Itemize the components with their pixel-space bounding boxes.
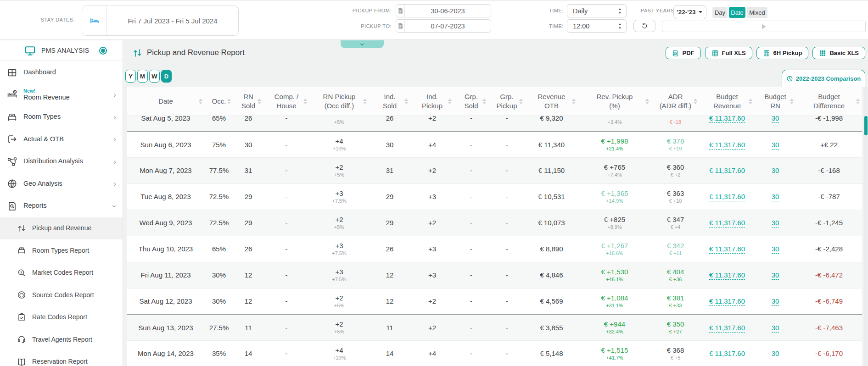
- sidebar-item-dashboard[interactable]: Dashboard: [0, 61, 123, 84]
- granularity-m-button[interactable]: M: [137, 70, 148, 83]
- granularity-d-button[interactable]: D: [161, 70, 172, 83]
- cell-budget-rn-link[interactable]: 30: [772, 324, 779, 333]
- col-header-grp-pickup[interactable]: Grp.Pickup: [488, 87, 525, 116]
- col-header-adr-adr-diff[interactable]: ADR(ADR diff.): [651, 87, 700, 116]
- table-row-thu-aug-10-2023[interactable]: Thu Aug 10, 202365%26-+3+7.5%26+3--€ 8,8…: [127, 236, 862, 262]
- cell-budget-rn-link[interactable]: 30: [772, 349, 779, 358]
- filter-bar-collapse-tab[interactable]: [341, 40, 384, 48]
- table-row-mon-aug-14-2023[interactable]: Mon Aug 14, 202335%14-+4+10%14+4--€ 5,14…: [127, 340, 862, 366]
- toggle-date[interactable]: Date: [729, 7, 745, 18]
- col-header-comp-house[interactable]: Comp. /House: [263, 87, 309, 116]
- pdf-export-button[interactable]: PDFPDF: [666, 47, 701, 59]
- cell-budget-revenue[interactable]: € 11,317.60: [700, 193, 755, 201]
- cell-budget-revenue-link[interactable]: € 11,317.60: [709, 271, 745, 280]
- granularity-y-button[interactable]: Y: [125, 70, 136, 83]
- pickup-to-input[interactable]: [405, 20, 491, 32]
- sidebar-item-source-codes-report[interactable]: Source Codes Report: [0, 284, 123, 306]
- table-row-wed-aug-9-2023[interactable]: Wed Aug 9, 202372.5%29-+2+5%29+2--€ 10,0…: [127, 210, 862, 236]
- cell-budget-revenue[interactable]: € 11,317.60: [700, 166, 755, 175]
- cell-budget-revenue-link[interactable]: € 11,317.60: [709, 349, 745, 358]
- col-header-occ[interactable]: Occ.: [205, 87, 233, 116]
- col-header-ind-sold[interactable]: Ind.Sold: [369, 87, 410, 116]
- cell-budget-revenue-link[interactable]: € 11,317.60: [709, 245, 745, 254]
- sort-arrows-icon[interactable]: [199, 99, 202, 104]
- 6h-pickup-export-button[interactable]: 6H Pickup: [756, 47, 809, 59]
- granularity-w-button[interactable]: W: [149, 70, 160, 83]
- cell-budget-revenue[interactable]: € 11,317.60: [700, 219, 755, 227]
- sidebar-item-actual-otb[interactable]: Actual & OTB›: [0, 128, 123, 151]
- sidebar-item-room-types[interactable]: Room Types›: [0, 106, 123, 128]
- sidebar-item-rate-codes-report[interactable]: Rate Codes Report: [0, 306, 123, 329]
- cell-budget-revenue-link[interactable]: € 11,317.60: [709, 166, 745, 175]
- col-header-budget-revenue[interactable]: BudgetRevenue: [700, 87, 755, 116]
- col-header-date[interactable]: Date: [127, 87, 205, 116]
- time-granularity-select[interactable]: Daily: [567, 4, 627, 17]
- stay-dates-picker[interactable]: Fri 7 Jul 2023 - Fri 5 Jul 2024: [82, 6, 239, 36]
- cell-budget-rn[interactable]: 30: [755, 297, 796, 305]
- sort-arrows-icon[interactable]: [856, 99, 860, 104]
- cell-budget-rn[interactable]: 30: [755, 193, 796, 201]
- cell-budget-revenue[interactable]: € 11,317.60: [700, 116, 755, 122]
- col-header-rev-pickup[interactable]: Rev. Pickup(%): [578, 87, 651, 116]
- sort-arrows-icon[interactable]: [404, 99, 408, 104]
- cell-budget-rn[interactable]: 30: [755, 349, 796, 358]
- cell-budget-rn-link[interactable]: 30: [772, 297, 779, 306]
- sort-arrows-icon[interactable]: [227, 99, 231, 104]
- sort-arrows-icon[interactable]: [694, 99, 697, 104]
- cell-budget-rn[interactable]: 30: [755, 116, 796, 122]
- cell-budget-rn[interactable]: 30: [755, 271, 796, 279]
- sort-arrows-icon[interactable]: [572, 99, 576, 104]
- cell-budget-revenue-link[interactable]: € 11,317.60: [709, 141, 745, 150]
- toggle-mixed[interactable]: Mixed: [747, 7, 767, 18]
- sidebar-item-geo-analysis[interactable]: Geo Analysis›: [0, 173, 123, 195]
- sidebar-item-travel-agents-report[interactable]: Travel Agents Report: [0, 328, 123, 351]
- cell-budget-rn-link[interactable]: 30: [772, 193, 779, 201]
- cell-budget-revenue-link[interactable]: € 11,317.60: [709, 116, 745, 123]
- col-header-budget-difference[interactable]: BudgetDifference: [796, 87, 862, 116]
- time-of-day-select[interactable]: 12:00: [567, 19, 627, 33]
- cell-budget-rn-link[interactable]: 30: [772, 166, 779, 175]
- table-row-mon-aug-7-2023[interactable]: Mon Aug 7, 202377.5%31-+2+5%31+2--€ 11,1…: [127, 157, 862, 183]
- table-row-sat-aug-5-2023[interactable]: Sat Aug 5, 202365%26-+5%26+2--€ 9,320+3.…: [127, 116, 862, 131]
- sidebar-item-reservation-report[interactable]: Reservation Report: [0, 351, 123, 366]
- col-header-rn-pickup-occ-diff[interactable]: RN Pickup(Occ diff.): [309, 87, 369, 116]
- sidebar-item-room-types-report[interactable]: Room Types Report: [0, 239, 123, 262]
- table-row-sun-aug-6-2023[interactable]: Sun Aug 6, 202375%30-+4+10%30+4--€ 11,34…: [127, 131, 862, 157]
- cell-budget-revenue[interactable]: € 11,317.60: [700, 271, 755, 279]
- sidebar-item-reports[interactable]: Reports›: [0, 195, 123, 217]
- cell-budget-rn[interactable]: 30: [755, 141, 796, 149]
- cell-budget-revenue[interactable]: € 11,317.60: [700, 245, 755, 253]
- cell-budget-revenue-link[interactable]: € 11,317.60: [709, 193, 745, 201]
- basic-xls-export-button[interactable]: Basic XLS: [812, 47, 865, 59]
- sidebar-item-distribution-analysis[interactable]: Distribution Analysis›: [0, 150, 123, 173]
- full-xls-export-button[interactable]: Full XLS: [705, 47, 752, 59]
- cell-budget-rn[interactable]: 30: [755, 166, 796, 175]
- col-header-grp-sold[interactable]: Grp.Sold: [454, 87, 488, 116]
- sidebar-item-pickup-and-revenue[interactable]: Pickup and Revenue: [0, 217, 123, 240]
- sort-arrows-icon[interactable]: [749, 99, 752, 104]
- col-header-ind-pickup[interactable]: Ind.Pickup: [410, 87, 454, 116]
- pickup-from-input[interactable]: [405, 5, 491, 17]
- cell-budget-rn[interactable]: 30: [755, 219, 796, 227]
- cell-budget-revenue-link[interactable]: € 11,317.60: [709, 297, 745, 306]
- pms-analysis-radio[interactable]: [99, 47, 107, 55]
- table-row-tue-aug-8-2023[interactable]: Tue Aug 8, 202372.5%29-+3+7.5%29+3--€ 10…: [127, 183, 862, 210]
- cell-budget-rn-link[interactable]: 30: [772, 219, 779, 227]
- sort-arrows-icon[interactable]: [303, 99, 307, 104]
- sort-arrows-icon[interactable]: [790, 99, 794, 104]
- pickup-timeline-bar[interactable]: [662, 21, 866, 32]
- table-row-sat-aug-12-2023[interactable]: Sat Aug 12, 202330%12-+2+5%12+2--€ 4,569…: [127, 288, 862, 314]
- sort-arrows-icon[interactable]: [258, 99, 261, 104]
- col-header-budget-rn[interactable]: BudgetRN: [755, 87, 796, 116]
- cell-budget-revenue[interactable]: € 11,317.60: [700, 349, 755, 358]
- sort-arrows-icon[interactable]: [448, 99, 452, 104]
- cell-budget-rn-link[interactable]: 30: [772, 141, 779, 150]
- cell-budget-revenue-link[interactable]: € 11,317.60: [709, 219, 745, 227]
- sort-arrows-icon[interactable]: [482, 99, 486, 104]
- table-row-sun-aug-13-2023[interactable]: Sun Aug 13, 202327.5%11-+2+5%11+2--€ 3,8…: [127, 314, 862, 340]
- cell-budget-revenue[interactable]: € 11,317.60: [700, 141, 755, 149]
- cell-budget-revenue[interactable]: € 11,317.60: [700, 297, 755, 305]
- sort-arrows-icon[interactable]: [519, 99, 523, 104]
- refresh-button[interactable]: [633, 20, 655, 32]
- vertical-scrollbar-thumb[interactable]: [864, 116, 868, 135]
